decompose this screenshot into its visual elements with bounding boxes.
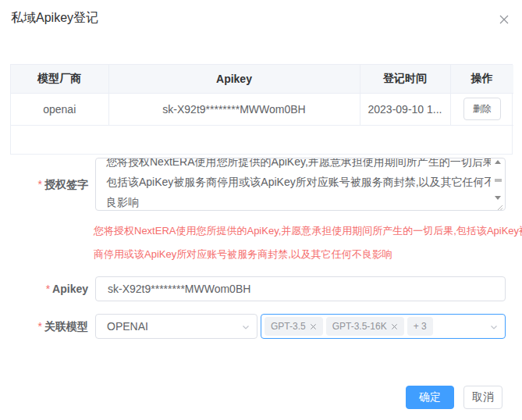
cell-action: 删除 [450, 93, 513, 125]
chevron-down-icon [489, 322, 499, 334]
confirm-button[interactable]: 确定 [406, 386, 454, 409]
apikey-input[interactable] [95, 276, 506, 301]
resize-grip-icon[interactable] [495, 201, 503, 208]
apikey-registration-dialog: 私域Apikey登记 模型厂商 Apikey 登记时间 操作 openai [0, 0, 522, 420]
scrollbar-thumb[interactable] [495, 179, 502, 182]
tag-close-icon[interactable] [310, 323, 317, 330]
textarea-line: 包括该ApiKey被服务商停用或该ApiKey所对应账号被服务商封禁,以及其它任… [106, 172, 491, 192]
header-time: 登记时间 [360, 65, 450, 93]
warning-line: 您将授权NextERA使用您所提供的ApiKey,并愿意承担使用期间所产生的一切… [94, 219, 519, 243]
header-apikey: Apikey [108, 65, 360, 93]
textarea-line: 您将授权NextERA使用您所提供的ApiKey,并愿意承担使用期间所产生的一切… [106, 158, 491, 172]
scroll-down-icon[interactable] [495, 196, 501, 200]
warning-line: 商停用或该ApiKey所对应账号被服务商封禁,以及其它任何不良影响 [94, 243, 519, 266]
models-multiselect[interactable]: GPT-3.5 GPT-3.5-16K + 3 [261, 314, 506, 339]
vendor-select[interactable]: OPENAI [95, 314, 257, 339]
model-tag: GPT-3.5 [265, 317, 323, 336]
textarea-line: 良影响 [106, 192, 491, 209]
header-vendor: 模型厂商 [11, 65, 108, 93]
auth-signature-text[interactable]: 您将授权NextERA使用您所提供的ApiKey,并愿意承担使用期间所产生的一切… [96, 158, 491, 209]
model-tag: GPT-3.5-16K [326, 317, 404, 336]
tag-close-icon[interactable] [391, 323, 398, 330]
header-action: 操作 [450, 65, 513, 93]
authorization-warning: 您将授权NextERA使用您所提供的ApiKey,并愿意承担使用期间所产生的一切… [94, 219, 519, 266]
auth-signature-label: *授权签字 [0, 176, 88, 192]
textarea-scrollbar[interactable] [492, 160, 503, 200]
required-marker: * [46, 283, 50, 295]
delete-button[interactable]: 删除 [463, 98, 501, 120]
required-marker: * [38, 178, 42, 190]
model-tag-more: + 3 [407, 317, 433, 336]
auth-signature-textarea[interactable]: 您将授权NextERA使用您所提供的ApiKey,并愿意承担使用期间所产生的一切… [95, 158, 506, 211]
apikey-label: *Apikey [0, 281, 88, 297]
dialog-title: 私域Apikey登记 [11, 10, 98, 27]
apikey-table: 模型厂商 Apikey 登记时间 操作 openai sk-X92t9*****… [10, 64, 513, 155]
cancel-button[interactable]: 取消 [463, 386, 502, 409]
close-button[interactable] [497, 12, 511, 27]
close-icon [499, 14, 510, 25]
table-header-row: 模型厂商 Apikey 登记时间 操作 [11, 65, 513, 93]
cell-time: 2023-09-10 1... [360, 93, 450, 125]
chevron-down-icon [241, 322, 250, 334]
table-row: openai sk-X92t9********MWWom0BH 2023-09-… [11, 93, 513, 125]
scroll-up-icon[interactable] [495, 160, 501, 164]
cell-apikey: sk-X92t9********MWWom0BH [108, 93, 360, 125]
required-marker: * [38, 320, 42, 333]
cell-vendor: openai [11, 93, 108, 125]
related-models-label: *关联模型 [0, 319, 88, 334]
vendor-select-value: OPENAI [107, 320, 148, 333]
